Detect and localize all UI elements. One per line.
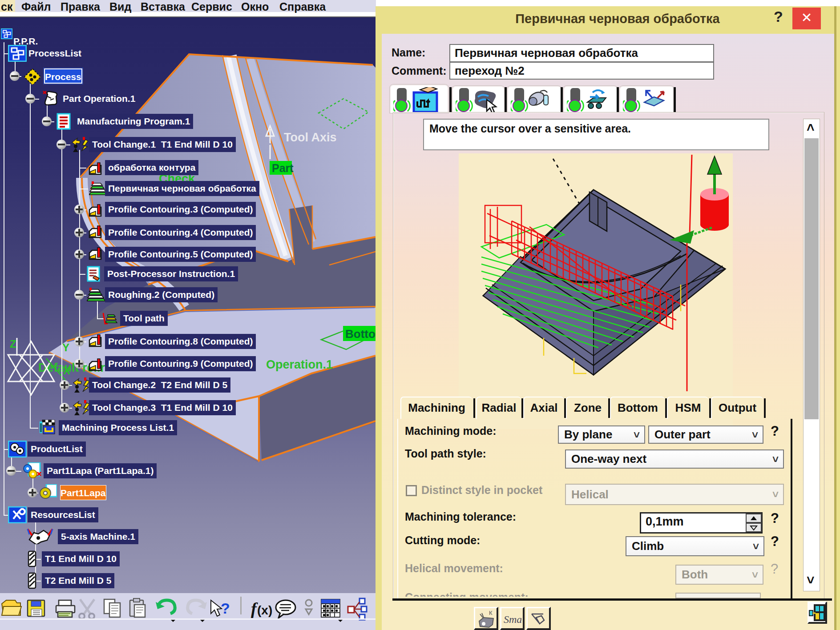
svg-text:?: ? <box>221 600 230 617</box>
svg-text:Z: Z <box>10 338 16 350</box>
svg-text:Botto: Botto <box>345 327 376 341</box>
svg-text:Part: Part <box>272 162 294 174</box>
svg-text:Tool Axis: Tool Axis <box>284 131 337 144</box>
svg-text:Y: Y <box>62 341 69 353</box>
svg-text:Operation.1: Operation.1 <box>266 358 333 371</box>
svg-text:(x): (x) <box>257 603 272 617</box>
svg-text:К: К <box>489 610 493 616</box>
svg-text:Smaz!: Smaz! <box>504 614 521 625</box>
svg-text:X: X <box>63 365 70 377</box>
